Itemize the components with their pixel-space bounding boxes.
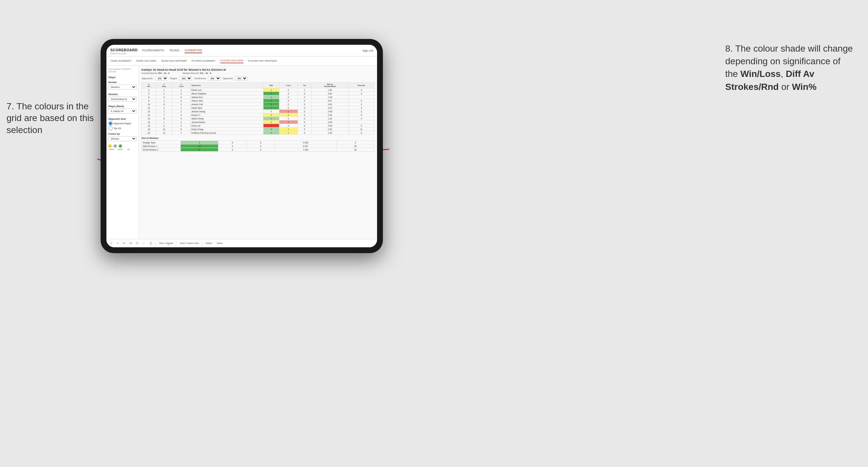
conference-select[interactable]: (All) <box>208 76 221 81</box>
legend-label-up: Up <box>125 148 132 150</box>
annotation-left: 7. The colours in the grid are based on … <box>6 101 97 136</box>
overall-record: Overall Record: 353 - 34 - 6 <box>142 72 169 74</box>
col-rounds: Rounds <box>348 83 374 88</box>
nav-teams[interactable]: TEAMS <box>169 48 180 53</box>
share-button[interactable]: Share <box>215 242 224 245</box>
division-label: Division <box>108 93 136 96</box>
opponents-label: Opponents: <box>142 77 153 80</box>
colour-legend-labels: Down Level Up <box>108 148 136 150</box>
table-row: 522 Alexis Sudjianto 1 0 0 4.00 3 <box>142 92 374 95</box>
table-row: 1822 Euna Lee 1 0 0 -5.00 2 <box>142 124 374 128</box>
refresh-button[interactable]: ⟳ <box>122 242 127 245</box>
table-row: 1611 Jessica Mason 1 2 0 -0.94 <box>142 120 374 124</box>
legend-dot-down <box>108 145 112 148</box>
nav-tournaments[interactable]: TOURNAMENTS <box>142 48 164 53</box>
save-custom-button[interactable]: Save Custom View <box>179 242 200 245</box>
legend-dot-level <box>114 145 117 148</box>
sub-team-h2h-grid[interactable]: TEAM H2H GRID <box>136 59 156 63</box>
sign-out-link[interactable]: Sign out <box>363 49 373 52</box>
view-original-button[interactable]: View: Original <box>158 242 174 245</box>
region-select[interactable]: (All) <box>179 76 192 81</box>
radio-opponents-played[interactable]: Opponents Played <box>108 121 136 126</box>
toolbar: ↩ ↪ ⟳ ⊞ ⊡ ◌ ⌚ View: Original Save Custom… <box>106 239 377 247</box>
table-row: 20117 Federica Domecq Lacroze 2 1 0 1.33… <box>142 131 374 135</box>
grid-area: Katelyn Vo Head-to-Head Grid for Women's… <box>139 66 377 239</box>
gender-label: Gender <box>108 81 136 84</box>
grid-title: Katelyn Vo Head-to-Head Grid for Women's… <box>142 68 374 71</box>
undo-button[interactable]: ↩ <box>109 242 114 245</box>
nav-right: Sign out <box>363 49 373 52</box>
grid-button[interactable]: ⊞ <box>128 242 133 245</box>
opponent-view-label: Opponent view <box>108 118 136 120</box>
left-panel: Last Updated: 27/03/2024 16:55:38 Player… <box>106 66 139 239</box>
colour-by-select[interactable]: Win/loss <box>108 136 136 141</box>
watch-button[interactable]: Watch <box>205 242 214 245</box>
logo: SCOREBOARD Powered by clippd <box>110 47 139 55</box>
sub-player-h2h-heatmap[interactable]: PLAYER H2H HEATMAP <box>248 59 277 63</box>
layout-button[interactable]: ⊡ <box>135 242 140 245</box>
sub-team-summary[interactable]: TEAM SUMMARY <box>110 59 131 63</box>
col-win: Win <box>264 83 279 88</box>
sub-team-h2h-heatmap[interactable]: TEAM H2H HEATMAP <box>161 59 187 63</box>
toolbar-separator-3 <box>202 241 203 246</box>
table-row: 1063 Andrea York 2 0 0 4.00 4 <box>142 102 374 106</box>
toolbar-separator <box>155 241 156 246</box>
opponent-view-radio-group: Opponents Played Top 100 <box>108 121 136 130</box>
conference-label: Conference <box>194 77 206 80</box>
opponent-view-section: Opponent view Opponents Played Top 100 <box>108 118 136 130</box>
opponent-label: Opponent <box>223 77 233 80</box>
player-section-title: Player <box>108 76 136 79</box>
gender-select[interactable]: Women's <box>108 85 136 90</box>
opponents-select[interactable]: (All) <box>155 76 168 81</box>
col-opponent: Opponent <box>190 83 263 88</box>
table-row: Foreign Team 1 0 0 4.500 2 <box>142 141 374 145</box>
redo-button[interactable]: ↪ <box>116 242 120 245</box>
division-record: Division Record: 331 - 34 - 6 <box>182 72 211 74</box>
nav-bar: SCOREBOARD Powered by clippd TOURNAMENTS… <box>106 45 377 57</box>
player-rank-select[interactable]: 8. Katelyn Vo <box>108 109 136 114</box>
legend-label-level: Level <box>117 148 123 150</box>
main-content: Last Updated: 27/03/2024 16:55:38 Player… <box>106 66 377 239</box>
col-diff: Diff AvStrokes/Rnd <box>311 83 348 88</box>
colour-by-label: Colour by <box>108 132 136 135</box>
table-row: 1474 Eunice Yi 2 2 0 0.38 9 <box>142 113 374 117</box>
table-row: 311 Esther Lee 1 0 1 1.50 4 <box>142 88 374 92</box>
division-select[interactable]: NCAA Division III <box>108 97 136 101</box>
col-loss: Loss <box>279 83 298 88</box>
nav-committee[interactable]: COMMITTEE <box>185 48 202 53</box>
tablet-device: SCOREBOARD Powered by clippd TOURNAMENTS… <box>101 39 383 253</box>
sub-nav: TEAM SUMMARY TEAM H2H GRID TEAM H2H HEAT… <box>106 57 377 66</box>
col-tie: Tie <box>298 83 311 88</box>
colour-legend <box>108 145 136 148</box>
table-row: 1311 Jessica Huang 0 1 0 -3.00 2 <box>142 110 374 113</box>
h2h-table: #Div #Reg #Conf Opponent Win Loss Tie Di… <box>142 83 374 135</box>
clock-button[interactable]: ⌚ <box>148 242 153 245</box>
toolbar-separator-2 <box>176 241 177 246</box>
out-of-division-header: Out of division <box>142 136 374 139</box>
sub-player-summary[interactable]: PLAYER SUMMARY <box>192 59 216 63</box>
grid-records: Overall Record: 353 - 34 - 6 Division Re… <box>142 72 374 74</box>
player-rank-label: Player (Rank) <box>108 105 136 108</box>
last-updated: Last Updated: 27/03/2024 16:55:38 <box>108 68 136 73</box>
legend-label-down: Down <box>108 148 115 150</box>
nav-links: TOURNAMENTS TEAMS COMMITTEE <box>142 48 202 53</box>
circle-button[interactable]: ◌ <box>142 242 146 245</box>
annotation-right: 8. The colour shade will change dependin… <box>725 42 855 93</box>
out-of-division-table: Foreign Team 1 0 0 4.500 2 NAIA Division… <box>142 141 374 152</box>
legend-dot-up <box>119 145 122 148</box>
col-reg: #Reg <box>156 83 172 88</box>
table-row: 914 Sharon Mun 1 0 0 3.67 3 <box>142 99 374 102</box>
opponent-select[interactable]: (All) <box>235 76 248 81</box>
col-conf: #Conf <box>172 83 190 88</box>
table-row: 1311 Heejo Hyun 1 0 0 3.33 3 <box>142 106 374 110</box>
table-row: 633 Sydney Kuo 1 0 0 -1.00 <box>142 95 374 99</box>
filter-row: Opponents: (All) Region (All) Conference… <box>142 76 374 81</box>
radio-top100[interactable]: Top 100 <box>108 126 136 130</box>
table-row: NAIA Division 1 15 0 0 9.267 30 <box>142 145 374 148</box>
sub-player-h2h-grid[interactable]: PLAYER H2H GRID <box>220 58 243 63</box>
table-row: NCAA Division 2 5 0 0 7.400 10 <box>142 148 374 152</box>
tablet-screen: SCOREBOARD Powered by clippd TOURNAMENTS… <box>106 45 377 247</box>
col-div: #Div <box>142 83 156 88</box>
region-label: Region <box>170 77 177 80</box>
table-row: 19106 Emily Chang 4 1 0 0.30 11 <box>142 128 374 131</box>
